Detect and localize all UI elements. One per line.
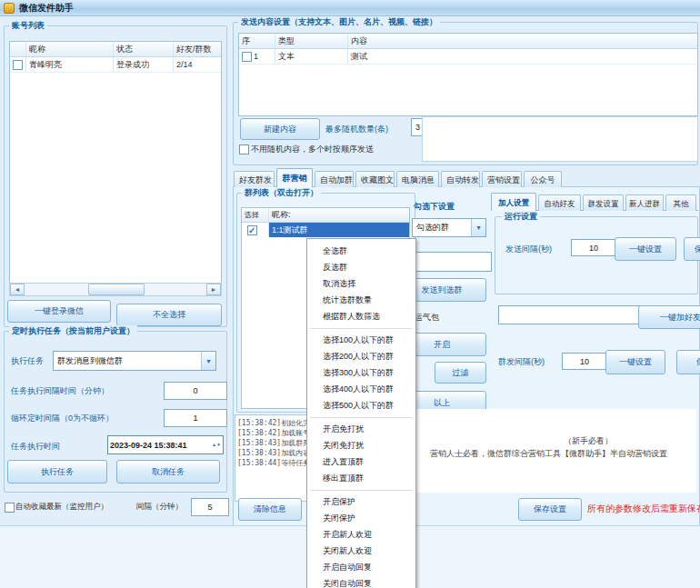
- menu-item-under-500[interactable]: 选择500人以下的群: [307, 397, 415, 414]
- group-context-menu: 全选群 反选群 取消选择 统计选群数量 根据群人数筛选 选择100人以下的群 选…: [306, 238, 416, 588]
- clear-log-button[interactable]: 清除信息: [238, 498, 302, 521]
- menu-item-autoreply-off[interactable]: 关闭自动回复: [307, 575, 415, 588]
- menu-item-invert[interactable]: 反选群: [307, 259, 415, 275]
- ops-select[interactable]: 勾选的群 ▼: [412, 218, 486, 237]
- content-row-type: 文本: [275, 49, 348, 64]
- run-task-button[interactable]: 执行任务: [7, 460, 107, 483]
- quick-set-button-1[interactable]: 一键设置: [615, 237, 676, 261]
- menu-item-filter-by-size[interactable]: 根据群人数筛选: [307, 308, 415, 324]
- right-tabstrip: 加人设置 自动好友 群发设置 新人进群 其他: [491, 192, 696, 211]
- content-group-title: 发送内容设置（支持文本、图片、名片、视频、链接）: [238, 16, 440, 28]
- new-content-button[interactable]: 新建内容: [240, 118, 320, 140]
- tab-favorites[interactable]: 收藏图文: [355, 171, 395, 187]
- tab-newcomer[interactable]: 新人进群: [625, 194, 664, 211]
- menu-item-welcome-on[interactable]: 开启新人欢迎: [307, 526, 415, 543]
- task-select[interactable]: 群发消息到微信群 ▼: [53, 351, 216, 371]
- menu-item-pin[interactable]: 进入置顶群: [307, 453, 415, 470]
- menu-item-mute-on[interactable]: 开启免打扰: [307, 421, 415, 437]
- tab-auto-forward[interactable]: 自动转发: [441, 171, 480, 187]
- name-input[interactable]: [498, 305, 640, 324]
- grouplist-row-checkbox[interactable]: [247, 225, 257, 235]
- loop-interval-input[interactable]: 1: [164, 409, 227, 427]
- tab-official-account[interactable]: 公众号: [524, 171, 562, 187]
- content-preview-box[interactable]: [422, 116, 698, 162]
- window-title: 微信发件助手: [19, 2, 74, 15]
- tab-friend-bulk[interactable]: 好友群发: [234, 171, 275, 187]
- tab-auto-join[interactable]: 自动加群: [315, 171, 354, 187]
- save-settings-button[interactable]: 保存设置: [518, 498, 582, 521]
- send-interval-input[interactable]: 10: [571, 239, 616, 256]
- menu-item-protect-off[interactable]: 关闭保护: [307, 510, 415, 526]
- menu-item-under-300[interactable]: 选择300人以下的群: [307, 364, 415, 381]
- grouplist-row[interactable]: 1:1测试群: [242, 223, 409, 237]
- quick-set-button-2[interactable]: 一键设置: [605, 350, 665, 374]
- tab-group-marketing[interactable]: 群营销: [276, 168, 313, 187]
- accounts-table: 昵称 状态 好友/群数 青峰明亮 登录成功 2/14: [9, 41, 222, 284]
- chevron-down-icon[interactable]: ▼: [201, 352, 215, 370]
- datetime-spinner-icon[interactable]: ▲▼: [212, 443, 221, 447]
- accounts-hscrollbar[interactable]: ◄ ►: [9, 283, 222, 296]
- content-row-body: 测试: [348, 49, 697, 64]
- account-checkbox[interactable]: [13, 60, 23, 70]
- hint-line1: （新手必看）: [564, 435, 613, 447]
- content-table: 序 类型 内容 1 文本 测试: [238, 33, 698, 116]
- content-row-index: 1: [254, 52, 258, 61]
- scroll-thumb[interactable]: [88, 284, 145, 295]
- accounts-header-nickname: 昵称: [26, 42, 114, 56]
- task-interval-input[interactable]: 0: [164, 382, 227, 400]
- account-row-checkcell: [10, 57, 26, 72]
- edge-cut-button-2[interactable]: 保存: [676, 350, 700, 374]
- accounts-header-status: 状态: [114, 42, 174, 56]
- accounts-group-title: 账号列表: [9, 20, 47, 32]
- autosave-checkbox[interactable]: [5, 503, 15, 513]
- max-random-label: 最多随机数量(条): [325, 124, 388, 135]
- main-tabstrip: 好友群发 群营销 自动加群 收藏图文 电脑消息 自动转发 营销设置 公众号: [234, 167, 562, 187]
- menu-separator: [307, 414, 415, 421]
- schedule-group-title: 定时执行任务（按当前用户设置）: [9, 325, 137, 337]
- menu-item-under-100[interactable]: 选择100人以下的群: [307, 332, 415, 348]
- scroll-right-arrow-icon[interactable]: ►: [206, 284, 221, 295]
- menu-item-under-400[interactable]: 选择400人以下的群: [307, 381, 415, 397]
- filter-button[interactable]: 过滤: [435, 362, 486, 384]
- account-nickname: 青峰明亮: [26, 57, 114, 72]
- luck-label: 运气包: [415, 312, 439, 324]
- content-row[interactable]: 1 文本 测试: [239, 49, 697, 65]
- random-order-checkbox[interactable]: [239, 145, 249, 154]
- autosave-interval-input[interactable]: 5: [191, 498, 229, 516]
- menu-item-unpin[interactable]: 移出置顶群: [307, 470, 415, 486]
- cancel-task-button[interactable]: 取消任务: [116, 460, 220, 483]
- menu-item-select-all[interactable]: 全选群: [307, 243, 415, 259]
- menu-item-count[interactable]: 统计选群数量: [307, 292, 415, 308]
- task-time-input[interactable]: 2023-09-24 15:38:41 ▲▼: [107, 435, 224, 454]
- edge-cut-button-1[interactable]: 保存: [684, 237, 700, 261]
- tab-add-people[interactable]: 加人设置: [491, 193, 536, 211]
- tab-marketing-settings[interactable]: 营销设置: [482, 171, 522, 187]
- menu-item-autoreply-on[interactable]: 开启自动回复: [307, 559, 415, 575]
- ops-label: 勾选下设置: [414, 201, 455, 213]
- content-row-checkbox[interactable]: [242, 52, 252, 62]
- tab-auto-friend[interactable]: 自动好友: [538, 194, 581, 211]
- scroll-left-arrow-icon[interactable]: ◄: [10, 284, 25, 295]
- menu-item-clear[interactable]: 取消选择: [307, 275, 415, 292]
- autosave-label: 自动收藏最新（监控用户）: [15, 502, 108, 513]
- menu-item-under-200[interactable]: 选择200人以下的群: [307, 348, 415, 364]
- bulk-interval-label: 群发间隔(秒): [498, 356, 545, 368]
- tab-send-settings[interactable]: 群发设置: [583, 194, 624, 211]
- tab-pc-message[interactable]: 电脑消息: [396, 171, 439, 187]
- task-interval-label: 任务执行间隔时间（分钟）: [11, 385, 109, 397]
- loop-interval-label: 循环定时间隔（0为不循环）: [11, 413, 114, 424]
- bulk-interval-input[interactable]: 10: [562, 353, 607, 370]
- account-row[interactable]: 青峰明亮 登录成功 2/14: [10, 57, 221, 73]
- unsaved-warning-text: 所有的参数修改后需重新保存: [587, 503, 700, 515]
- menu-item-mute-off[interactable]: 关闭免打扰: [307, 437, 415, 453]
- random-order-label: 不用随机内容，多个时按顺序发送: [251, 144, 374, 155]
- account-counts: 2/14: [174, 57, 221, 72]
- tab-other[interactable]: 其他: [665, 194, 696, 211]
- menu-item-protect-on[interactable]: 开启保护: [307, 493, 415, 510]
- ops-chevron-down-icon[interactable]: ▼: [471, 219, 485, 236]
- add-friend-button[interactable]: 一键加好友数: [638, 305, 700, 329]
- login-all-button[interactable]: 一键登录微信: [7, 300, 111, 323]
- unselect-all-button[interactable]: 不全选择: [116, 304, 222, 326]
- task-label: 执行任务: [11, 355, 44, 367]
- menu-item-welcome-off[interactable]: 关闭新人欢迎: [307, 543, 415, 559]
